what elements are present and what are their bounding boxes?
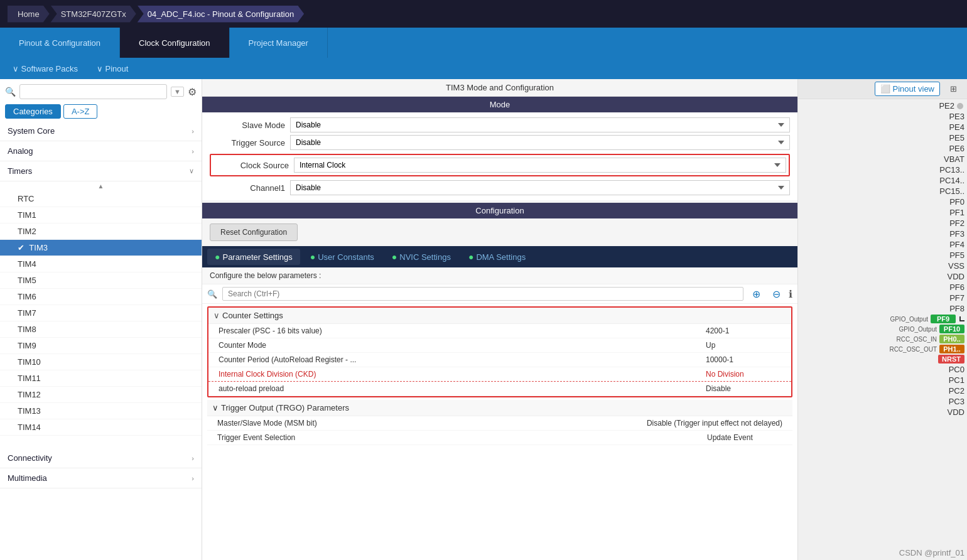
info-icon[interactable]: ℹ (789, 288, 792, 300)
pin-row-ph0: RCC_OSC_IN PH0.. (798, 334, 967, 344)
tab-user-constants[interactable]: ● User Constants (303, 249, 382, 265)
sidebar-item-multimedia[interactable]: Multimedia › (0, 468, 202, 488)
chevron-right-icon: › (192, 475, 194, 482)
trigger-source-label: Trigger Source (210, 138, 285, 148)
pin-row-vbat: VBAT (798, 154, 967, 164)
grid-view-button[interactable]: ⊞ (945, 82, 962, 95)
pin-label: PE2 (939, 101, 954, 110)
pin-row-pf5: PF5 (798, 250, 967, 261)
pin-chip-pf9[interactable]: PF9 (931, 315, 956, 323)
pin-label: PC1 (949, 375, 964, 385)
trigger-source-row: Trigger Source Disable (210, 135, 790, 150)
pin-row-pf3: PF3 (798, 229, 967, 239)
pin-label: PF4 (949, 240, 964, 249)
pin-row-pf4: PF4 (798, 239, 967, 250)
sub-tab-pinout[interactable]: ∨ Pinout (97, 64, 128, 73)
sidebar-item-tim10[interactable]: TIM10 (0, 354, 202, 370)
sidebar: 🔍 ▼ ⚙ Categories A->Z System Core › Anal… (0, 79, 202, 560)
sidebar-item-tim5[interactable]: TIM5 (0, 272, 202, 289)
sidebar-item-tim7[interactable]: TIM7 (0, 305, 202, 321)
search-icon: 🔍 (5, 87, 16, 97)
breadcrumb-file[interactable]: 04_ADC_F4.ioc - Pinout & Configuration (138, 6, 304, 23)
grid-icon: ⊞ (950, 84, 957, 94)
tab-dma-settings[interactable]: ● DMA Settings (461, 249, 533, 265)
pin-label: PC15.. (939, 186, 964, 196)
pin-label: PF7 (949, 293, 964, 303)
collapse-icon[interactable]: ⊖ (769, 288, 784, 300)
pin-chip-ph1[interactable]: PH1.. (939, 345, 964, 353)
tab-parameter-settings[interactable]: ● Parameter Settings (207, 249, 300, 265)
param-row-prescaler: Prescaler (PSC - 16 bits value) 4200-1 (208, 324, 791, 338)
param-row-autoreload: auto-reload preload Disable (208, 382, 791, 396)
pin-function-label: RCC_OSC_OUT (889, 346, 937, 353)
sidebar-item-system-core[interactable]: System Core › (0, 121, 202, 141)
sidebar-item-tim12[interactable]: TIM12 (0, 387, 202, 403)
pin-dot (957, 103, 963, 109)
mode-fields: Slave Mode Disable Trigger Source Disabl… (202, 112, 797, 200)
breadcrumb-home[interactable]: Home (8, 6, 50, 23)
tab-nvic-settings[interactable]: ● NVIC Settings (384, 249, 458, 265)
pin-label: PF6 (949, 283, 964, 292)
sidebar-item-tim9[interactable]: TIM9 (0, 338, 202, 354)
param-row-ckd: Internal Clock Division (CKD) No Divisio… (208, 367, 791, 382)
params-search-input[interactable] (222, 287, 743, 301)
pin-function-label: GPIO_Output (890, 316, 928, 323)
sidebar-item-tim11[interactable]: TIM11 (0, 370, 202, 387)
slave-mode-row: Slave Mode Disable (210, 117, 790, 132)
pin-row-pe5: PE5 (798, 132, 967, 143)
panel-title: TIM3 Mode and Configuration (202, 79, 797, 97)
pinout-view-button[interactable]: ⬜ Pinout view (875, 82, 940, 96)
pin-label: VDD (948, 407, 964, 417)
counter-settings-header[interactable]: ∨ Counter Settings (208, 308, 791, 324)
sub-tab-software-packs[interactable]: ∨ Software Packs (13, 64, 78, 73)
sidebar-item-analog[interactable]: Analog › (0, 141, 202, 161)
sidebar-item-tim14[interactable]: TIM14 (0, 419, 202, 436)
breadcrumb-mcu[interactable]: STM32F407ZGTx (51, 6, 136, 23)
scroll-indicator: ▲ (0, 181, 202, 191)
view-tab-categories[interactable]: Categories (5, 104, 61, 119)
sidebar-item-tim13[interactable]: TIM13 (0, 403, 202, 419)
clock-source-select[interactable]: Internal Clock (294, 158, 786, 173)
sidebar-item-rtc[interactable]: RTC (0, 191, 202, 207)
search-input[interactable] (19, 84, 167, 99)
channel1-select[interactable]: Disable (290, 180, 790, 195)
sidebar-item-tim3[interactable]: ✔ TIM3 (0, 240, 202, 256)
pin-chip-nrst[interactable]: NRST (938, 355, 964, 363)
pin-row-pf6: PF6 (798, 282, 967, 293)
pin-row-pe4: PE4 (798, 122, 967, 132)
sidebar-item-tim4[interactable]: TIM4 (0, 256, 202, 272)
config-section: Configuration Reset Configuration (202, 200, 797, 246)
trigger-source-select[interactable]: Disable (290, 135, 790, 150)
watermark: CSDN @printf_01 (899, 548, 964, 557)
pin-row-vss: VSS (798, 261, 967, 271)
sidebar-item-timers[interactable]: Timers ∨ (0, 161, 202, 181)
right-panel: ⬜ Pinout view ⊞ PE2 PE3 PE4 PE5 (797, 79, 967, 560)
gear-icon[interactable]: ⚙ (188, 86, 197, 98)
trgo-settings-header[interactable]: ∨ Trigger Output (TRGO) Parameters (207, 400, 792, 416)
tab-pinout[interactable]: Pinout & Configuration (0, 28, 120, 58)
sidebar-item-tim6[interactable]: TIM6 (0, 289, 202, 305)
pin-label: PC13.. (939, 165, 964, 175)
dropdown-arrow[interactable]: ▼ (171, 87, 184, 97)
content-wrapper: 🔍 ▼ ⚙ Categories A->Z System Core › Anal… (0, 79, 967, 560)
sidebar-item-tim1[interactable]: TIM1 (0, 207, 202, 223)
pin-label: PE3 (949, 112, 964, 121)
slave-mode-select[interactable]: Disable (290, 117, 790, 132)
tab-clock[interactable]: Clock Configuration (120, 28, 229, 58)
channel1-label: Channel1 (210, 183, 285, 193)
pin-chip-pf10[interactable]: PF10 (939, 325, 964, 333)
pin-label: PF8 (949, 304, 964, 313)
pin-chip-ph0[interactable]: PH0.. (939, 335, 964, 343)
sidebar-item-tim2[interactable]: TIM2 (0, 223, 202, 240)
chevron-right-icon: › (192, 455, 194, 462)
pin-label: PC2 (949, 386, 964, 396)
sidebar-item-tim8[interactable]: TIM8 (0, 321, 202, 338)
reset-configuration-button[interactable]: Reset Configuration (210, 223, 298, 241)
tab-project-manager[interactable]: Project Manager (230, 28, 328, 58)
view-tab-az[interactable]: A->Z (63, 104, 98, 119)
pin-label: PF1 (949, 208, 964, 217)
channel1-row: Channel1 Disable (210, 180, 790, 195)
sidebar-item-connectivity[interactable]: Connectivity › (0, 448, 202, 468)
expand-icon[interactable]: ⊕ (748, 288, 764, 300)
pin-row-pf2: PF2 (798, 218, 967, 229)
